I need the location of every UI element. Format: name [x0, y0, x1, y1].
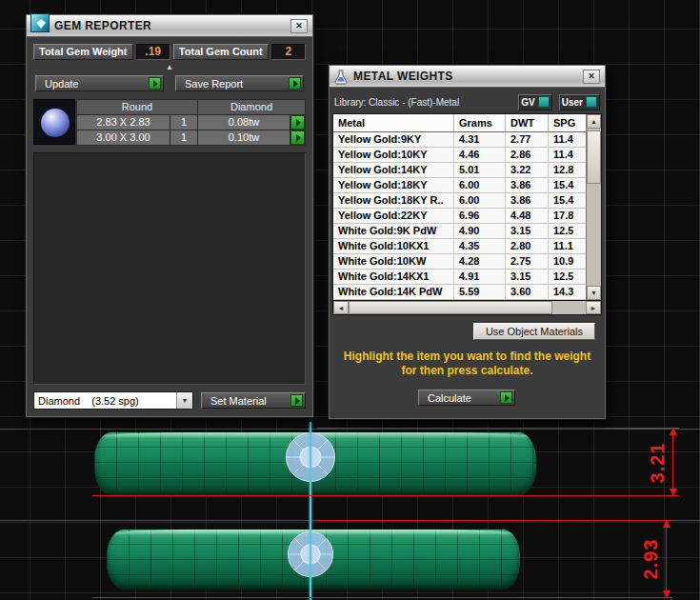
- action-buttons: Update Save Report: [33, 75, 306, 91]
- gem-reporter-window: GEM REPORTER ✕ Total Gem Weight .19 Tota…: [26, 14, 313, 417]
- go-arrow-icon[interactable]: [290, 115, 305, 130]
- metal-spg: 15.4: [549, 178, 586, 192]
- metal-row[interactable]: Yellow Gold:18KY 6.00 3.86 15.4: [333, 178, 586, 193]
- dimension-line: [317, 520, 672, 521]
- material-dropdown[interactable]: Diamond (3.52 spg) ▼: [33, 391, 193, 410]
- metal-row[interactable]: Yellow Gold:14KY 5.01 3.22 12.8: [333, 163, 586, 178]
- gem-row[interactable]: 2.83 X 2.83 1 0.08tw: [77, 115, 305, 130]
- metal-weights-window: METAL WEIGHTS ✕ Library: Classic - (Fast…: [329, 65, 606, 419]
- gem-count: 1: [170, 115, 197, 130]
- gv-toggle-label: GV: [521, 97, 534, 108]
- metal-spg: 11.4: [549, 132, 586, 147]
- metal-dwt: 3.60: [506, 285, 549, 299]
- scrollbar-thumb[interactable]: [587, 130, 601, 184]
- go-arrow-icon: [289, 77, 301, 90]
- metal-grams: 6.00: [454, 178, 506, 192]
- scrollbar-track[interactable]: [587, 129, 601, 286]
- metal-name: White Gold:14KX1: [333, 270, 454, 284]
- go-arrow-icon: [149, 77, 161, 90]
- instruction-text: Highlight the item you want to find the …: [332, 350, 602, 378]
- update-button[interactable]: Update: [35, 75, 164, 91]
- metal-row[interactable]: Yellow Gold:9KY 4.31 2.77 11.4: [333, 132, 586, 148]
- user-toggle-label: User: [562, 97, 583, 108]
- collapse-row: ▲: [33, 61, 306, 73]
- dimension-line: [317, 428, 679, 429]
- save-report-button[interactable]: Save Report: [175, 75, 304, 91]
- metal-row[interactable]: Yellow Gold:22KY 6.96 4.48 17.8: [333, 209, 586, 224]
- close-icon[interactable]: ✕: [583, 70, 600, 84]
- center-axis-line: [310, 422, 311, 600]
- go-arrow-icon[interactable]: [290, 130, 305, 145]
- calculate-row: Calculate: [332, 390, 602, 406]
- column-spg: SPG: [549, 114, 586, 131]
- gem-weight: 0.10tw: [198, 130, 290, 145]
- metal-name: Yellow Gold:10KY: [333, 148, 454, 162]
- gem-thumbnail: [33, 99, 75, 145]
- horizontal-scrollbar[interactable]: ◄ ►: [332, 301, 602, 315]
- gem-reporter-icon: [30, 13, 50, 32]
- flask-icon: [333, 69, 349, 85]
- scrollbar-thumb[interactable]: [349, 301, 552, 314]
- close-icon[interactable]: ✕: [290, 19, 308, 33]
- metal-row[interactable]: White Gold:10KX1 4.35 2.80 11.1: [333, 239, 586, 254]
- metal-grams: 4.28: [454, 254, 506, 269]
- metal-row[interactable]: Yellow Gold:18KY R.. 6.00 3.86 15.4: [333, 193, 586, 209]
- metal-grams: 6.96: [454, 209, 506, 223]
- metal-row[interactable]: White Gold:9K PdW 4.90 3.15 12.5: [333, 224, 586, 239]
- metal-grams: 5.01: [454, 163, 506, 177]
- metal-spg: 15.4: [549, 193, 586, 208]
- scroll-up-icon[interactable]: ▲: [587, 114, 601, 129]
- metal-row[interactable]: Yellow Gold:10KY 4.46 2.86 11.4: [333, 148, 586, 163]
- metal-row[interactable]: White Gold:14KX1 4.91 3.15 12.5: [333, 270, 586, 285]
- gem-grid-header: Round Diamond: [77, 100, 305, 114]
- scroll-right-icon[interactable]: ►: [586, 301, 601, 314]
- metal-dwt: 3.86: [506, 193, 549, 208]
- metal-name: White Gold:10KW: [333, 254, 454, 269]
- material-dropdown-value: Diamond (3.52 spg): [34, 395, 176, 407]
- scrollbar-track[interactable]: [349, 301, 586, 314]
- metal-name: White Gold:9K PdW: [333, 224, 454, 238]
- gem-weight: 0.08tw: [198, 115, 290, 130]
- metal-name: Yellow Gold:9KY: [333, 132, 454, 147]
- metal-weights-titlebar[interactable]: METAL WEIGHTS ✕: [330, 66, 605, 88]
- set-material-button[interactable]: Set Material: [201, 392, 306, 409]
- use-object-materials-button[interactable]: Use Object Materials: [473, 323, 595, 340]
- metal-name: Yellow Gold:18KY R..: [333, 193, 454, 208]
- metal-spg: 12.8: [549, 163, 586, 177]
- calculate-button[interactable]: Calculate: [418, 390, 515, 406]
- metal-dwt: 2.75: [506, 254, 549, 269]
- gem-row[interactable]: 3.00 X 3.00 1 0.10tw: [77, 130, 305, 145]
- metal-dwt: 3.86: [506, 178, 549, 192]
- metal-grams: 6.00: [454, 193, 506, 208]
- gem-reporter-body: Total Gem Weight .19 Total Gem Count 2 ▲…: [27, 37, 312, 416]
- metal-grams: 4.91: [454, 270, 506, 284]
- metal-spg: 10.9: [549, 254, 586, 269]
- go-arrow-icon: [500, 391, 512, 404]
- user-toggle[interactable]: User: [559, 94, 600, 110]
- metal-spg: 14.3: [549, 285, 586, 299]
- gem-count: 1: [170, 130, 197, 145]
- metal-grams: 5.59: [454, 285, 506, 299]
- metal-row[interactable]: White Gold:14K PdW 5.59 3.60 14.3: [333, 285, 586, 300]
- use-object-materials-row: Use Object Materials: [332, 323, 602, 340]
- metal-table: Metal Grams DWT SPG Yellow Gold:9KY 4.31…: [333, 114, 586, 300]
- dropdown-arrow-icon[interactable]: ▼: [176, 392, 192, 409]
- material-footer: Diamond (3.52 spg) ▼ Set Material: [33, 391, 306, 410]
- total-gem-weight-label: Total Gem Weight: [33, 44, 133, 60]
- dimension-line: [672, 428, 673, 496]
- library-bar: Library: Classic - (Fast)-Metal GV User: [332, 90, 602, 113]
- metal-row[interactable]: White Gold:10KW 4.28 2.75 10.9: [333, 254, 586, 270]
- metal-name: Yellow Gold:22KY: [333, 209, 454, 223]
- total-gem-weight-value: .19: [136, 44, 170, 60]
- gv-toggle[interactable]: GV: [518, 94, 551, 110]
- gem-reporter-titlebar[interactable]: GEM REPORTER ✕: [27, 15, 312, 37]
- vertical-scrollbar[interactable]: ▲ ▼: [586, 114, 601, 300]
- update-button-label: Update: [45, 78, 149, 90]
- scroll-left-icon[interactable]: ◄: [333, 301, 349, 314]
- metal-table-header: Metal Grams DWT SPG: [333, 114, 586, 132]
- metal-dwt: 3.15: [506, 224, 549, 238]
- scroll-down-icon[interactable]: ▼: [587, 286, 601, 300]
- report-area: [33, 152, 306, 385]
- metal-spg: 12.5: [549, 270, 586, 284]
- collapse-handle-icon[interactable]: ▲: [166, 64, 173, 71]
